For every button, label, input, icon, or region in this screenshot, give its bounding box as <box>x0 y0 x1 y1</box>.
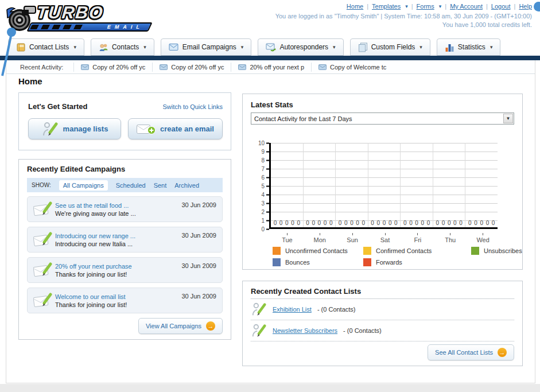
campaign-title-link[interactable]: 20% off your next purchase <box>55 262 181 270</box>
nav-link-help[interactable]: Help <box>519 3 532 10</box>
envelope-icon <box>318 64 327 70</box>
data-value-labels: 00000 <box>271 220 303 226</box>
latest-stats-panel: Latest Stats Contact Activity for the La… <box>242 94 523 270</box>
campaign-title-link[interactable]: Introducing our new range ... <box>55 232 181 240</box>
campaign-date: 30 Jun 2009 <box>181 232 216 239</box>
legend-item: Forwards <box>363 258 471 266</box>
nav-link-home[interactable]: Home <box>347 3 363 10</box>
data-value-labels: 00000 <box>401 220 433 226</box>
select-dropdown-icon: ▼ <box>503 114 513 123</box>
campaign-subtitle: Thanks for joining our list! <box>55 270 181 278</box>
contact-lists-body: Exhibition List - (0 Contacts) Newslette… <box>251 298 514 341</box>
tab-autoresponders[interactable]: Autoresponders ▾ <box>258 38 343 56</box>
chevron-down-icon: ▾ <box>143 44 146 50</box>
campaign-row: Introducing our new range ... Introducin… <box>27 227 223 253</box>
legend-swatch-icon <box>471 247 479 255</box>
filter-sent[interactable]: Sent <box>154 182 167 189</box>
chart-column: 00000 <box>271 143 304 227</box>
chart-column: 00000 <box>336 143 368 227</box>
switch-to-quick-links[interactable]: Switch to Quick Links <box>162 103 223 110</box>
tab-contact-lists[interactable]: Contact Lists ▾ <box>8 38 84 56</box>
recent-activity-item[interactable]: 20% off your next p <box>231 63 311 72</box>
nav-link-my-account[interactable]: My Account <box>450 3 483 10</box>
see-all-contact-lists-label: See All Contact Lists <box>435 349 493 356</box>
y-tick: 10 <box>258 140 269 146</box>
campaign-subtitle: We're giving away our late ... <box>55 209 181 218</box>
see-all-contact-lists-button[interactable]: See All Contact Lists → <box>428 344 514 360</box>
data-value-labels: 00000 <box>368 220 401 226</box>
tab-custom-fields[interactable]: Custom Fields ▾ <box>350 38 430 56</box>
y-tick: 3 <box>261 200 269 207</box>
campaigns-panel: Recently Edited Campaigns SHOW: All Camp… <box>18 159 231 340</box>
tab-label: Contacts <box>112 43 139 51</box>
recent-activity-item[interactable]: Copy of 20% off yc <box>73 63 152 72</box>
manage-lists-label: manage lists <box>63 125 108 133</box>
contact-list-link[interactable]: Exhibition List <box>273 306 312 313</box>
view-all-campaigns-button[interactable]: View All Campaigns → <box>138 318 223 334</box>
recent-activity-label: Recent Activity: <box>20 64 63 71</box>
chevron-down-icon: ▾ <box>241 44 244 50</box>
contact-list-link[interactable]: Newsletter Subscribers <box>273 327 337 334</box>
activity-item-label: 20% off your next p <box>250 64 304 71</box>
chart-y-axis: 109876543210 <box>251 143 269 229</box>
x-tick-label: Tue <box>271 233 304 243</box>
activity-item-label: Copy of 20% off yc <box>171 64 224 71</box>
contacts-icon <box>99 42 108 52</box>
annotation-dot <box>534 2 540 11</box>
session-status: You are logged in as "Timothy Smith" | S… <box>275 12 532 29</box>
campaign-title-link[interactable]: Welcome to our email list <box>55 293 181 301</box>
activity-item-label: Copy of 20% off yc <box>92 64 145 71</box>
footer-strip <box>0 384 540 392</box>
contact-activity-chart: 109876543210 000000000000000000000000000… <box>251 134 514 266</box>
nav-link-logout[interactable]: Logout <box>491 3 511 10</box>
tab-email-campaigns[interactable]: Email Campaigns ▾ <box>161 38 252 56</box>
contact-list-detail: - (0 Contacts) <box>343 327 382 334</box>
legend-item: Unsubscribes <box>471 247 522 255</box>
create-email-label: create an email <box>160 125 214 133</box>
stats-period-select[interactable]: Contact Activity for the Last 7 Days ▼ <box>251 112 514 125</box>
x-tick-label: Fri <box>401 233 434 243</box>
legend-swatch-icon <box>363 258 371 266</box>
filter-archived[interactable]: Archived <box>174 182 199 189</box>
y-tick: 9 <box>261 149 269 155</box>
y-tick: 6 <box>261 174 269 181</box>
tab-contacts[interactable]: Contacts ▾ <box>91 38 154 56</box>
stats-period-selected-option: Contact Activity for the Last 7 Days <box>251 115 503 122</box>
get-started-title: Let's Get Started <box>28 102 88 111</box>
envelope-pencil-icon <box>33 231 53 247</box>
create-email-button[interactable]: create an email <box>128 118 223 139</box>
envelope-pencil-icon <box>33 292 53 308</box>
tab-label: Autoresponders <box>279 43 328 51</box>
nav-link-templates[interactable]: Templates <box>372 3 401 10</box>
people-pencil-icon <box>251 301 267 317</box>
filter-scheduled[interactable]: Scheduled <box>116 182 146 189</box>
chart-column: 00000 <box>401 143 433 227</box>
y-tick: 0 <box>261 226 269 232</box>
data-value-labels: 00000 <box>433 220 465 226</box>
recent-activity-item[interactable]: Copy of Welcome tc <box>311 63 393 72</box>
autoresponders-icon <box>266 42 276 52</box>
campaigns-title: Recently Edited Campaigns <box>27 165 125 173</box>
get-started-panel: Let's Get Started Switch to Quick Links … <box>18 92 231 150</box>
y-tick: 4 <box>261 192 269 198</box>
envelope-icon <box>238 64 246 70</box>
envelope-pencil-icon <box>33 201 53 217</box>
logo-title: TURBO <box>36 3 104 22</box>
people-pencil-icon <box>41 121 59 137</box>
show-label: SHOW: <box>32 182 51 188</box>
nav-link-forms[interactable]: Forms <box>417 3 434 10</box>
chart-column: 00000 <box>304 143 336 227</box>
activity-item-label: Copy of Welcome tc <box>330 64 386 71</box>
filter-all-campaigns[interactable]: All Campaigns <box>59 180 108 191</box>
manage-lists-button[interactable]: manage lists <box>28 118 121 139</box>
login-status-text: You are logged in as "Timothy Smith" | S… <box>275 12 532 21</box>
envelope-pencil-icon <box>33 262 53 278</box>
campaign-subtitle: Introducing our new Italia ... <box>55 240 181 248</box>
tab-label: Statistics <box>458 43 485 51</box>
recent-activity-bar: Recent Activity: Copy of 20% off yc Copy… <box>6 60 535 74</box>
tab-statistics[interactable]: Statistics ▾ <box>437 38 501 56</box>
campaign-title-link[interactable]: See us at the retail food ... <box>55 201 181 209</box>
campaign-date: 30 Jun 2009 <box>181 262 216 269</box>
recent-activity-item[interactable]: Copy of 20% off yc <box>152 63 231 72</box>
envelope-plus-icon <box>137 123 156 135</box>
